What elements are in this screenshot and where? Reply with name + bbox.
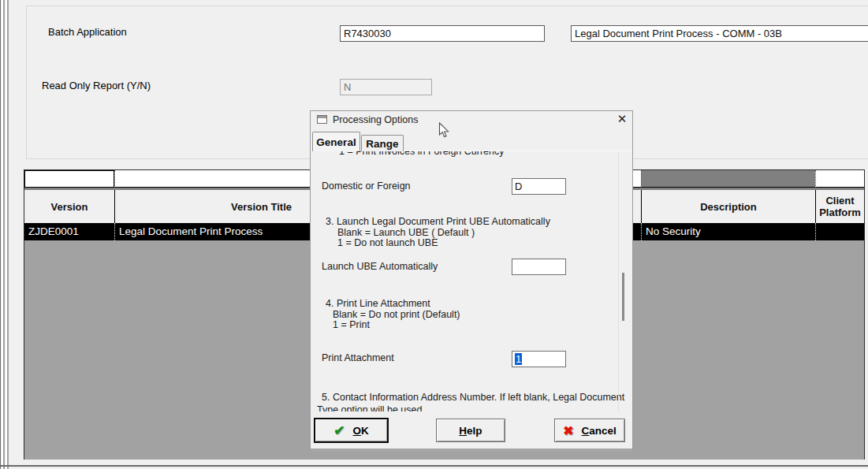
batch-application-input[interactable]: R7430030: [340, 25, 545, 42]
scrollbar-track[interactable]: [618, 151, 619, 411]
read-only-report-input: N: [340, 79, 432, 95]
help-button-label: Help: [459, 425, 482, 437]
dialog-titlebar[interactable]: Processing Options ✕: [311, 111, 632, 129]
column-header-description[interactable]: Description: [641, 190, 815, 223]
read-only-report-label: Read Only Report (Y/N): [42, 80, 151, 91]
processing-options-dialog: Processing Options ✕ General Range 1 = P…: [310, 110, 633, 452]
ok-button-label: OK: [352, 425, 368, 437]
application-window: Batch Application R7430030 Legal Documen…: [0, 0, 868, 469]
cancel-button[interactable]: ✖ Cancel: [554, 419, 625, 442]
batch-application-description-field: Legal Document Print Process - COMM - 03…: [571, 25, 868, 42]
window-left-edge: [0, 0, 1, 469]
option5-title-line2: Type option will be used: [317, 404, 422, 411]
processing-options-content: 1 = Print Invoices in Foreign Currency D…: [311, 151, 632, 411]
option4-title: 4. Print Line Attachment: [326, 298, 430, 309]
cancel-x-icon: ✖: [563, 423, 573, 438]
splitter-groove[interactable]: [3, 0, 5, 469]
option4-one-hint: 1 = Print: [333, 319, 370, 330]
qbe-filter-description: [641, 170, 815, 188]
window-icon: [317, 115, 327, 124]
cancel-button-label: Cancel: [582, 425, 617, 437]
ok-button[interactable]: ✔ OK: [314, 418, 389, 443]
row-client-platform-cell[interactable]: [815, 223, 864, 240]
print-attachment-input[interactable]: 1: [512, 351, 566, 367]
qbe-filter-client-platform[interactable]: [815, 170, 864, 188]
selected-text: 1: [515, 353, 522, 365]
cursor-arrow-icon: [438, 122, 449, 139]
option5-title-line1: 5. Contact Information Address Number. I…: [322, 392, 624, 403]
option3-one-hint: 1 = Do not launch UBE: [337, 237, 438, 248]
launch-ube-label: Launch UBE Automatically: [322, 261, 438, 272]
column-header-client-platform[interactable]: Client Platform: [815, 190, 864, 223]
tab-range[interactable]: Range: [361, 135, 404, 151]
launch-ube-input[interactable]: [512, 259, 566, 275]
help-button[interactable]: Help: [436, 419, 505, 442]
dialog-title: Processing Options: [333, 114, 418, 125]
domestic-or-foreign-label: Domestic or Foreign: [322, 181, 411, 192]
option3-blank-hint: Blank = Launch UBE ( Default ): [337, 227, 475, 238]
clipped-option-line: 1 = Print Invoices in Foreign Currency: [339, 151, 504, 157]
scrollbar-thumb[interactable]: [622, 273, 624, 321]
ok-check-icon: ✔: [333, 422, 345, 439]
qbe-filter-version[interactable]: [24, 170, 114, 188]
close-icon[interactable]: ✕: [615, 112, 629, 126]
column-header-version[interactable]: Version: [24, 190, 114, 223]
row-description-cell[interactable]: No Security: [641, 223, 815, 240]
splitter-groove[interactable]: [7, 0, 9, 469]
row-version-cell[interactable]: ZJDE0001: [24, 223, 114, 240]
print-attachment-label: Print Attachment: [322, 352, 394, 363]
tab-general[interactable]: General: [312, 132, 360, 151]
batch-application-label: Batch Application: [48, 26, 127, 38]
window-bottom-edge: [0, 465, 868, 467]
option4-blank-hint: Blank = Do not print (Default): [333, 309, 460, 320]
option3-title: 3. Launch Legal Document Print UBE Autom…: [326, 216, 550, 227]
domestic-or-foreign-input[interactable]: D: [512, 178, 566, 195]
